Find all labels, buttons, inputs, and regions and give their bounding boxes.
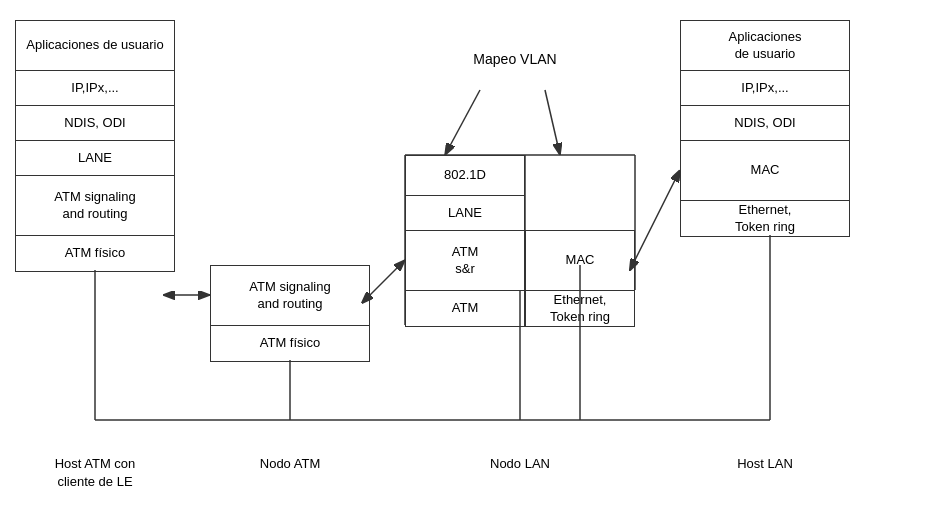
nodo-lan-dot1d: 802.1D bbox=[406, 156, 524, 196]
host-atm-stack: Aplicaciones de usuario IP,IPx,... NDIS,… bbox=[15, 20, 175, 272]
host-lan-stack: Aplicacionesde usuario IP,IPx,... NDIS, … bbox=[680, 20, 850, 237]
diagram: Aplicaciones de usuario IP,IPx,... NDIS,… bbox=[0, 0, 940, 520]
host-lan-aplicaciones: Aplicacionesde usuario bbox=[681, 21, 849, 71]
nodo-atm-label: Nodo ATM bbox=[210, 455, 370, 473]
nodo-lan-mac: MAC bbox=[525, 231, 634, 291]
nodo-lan-atm-sr: ATMs&r bbox=[406, 231, 524, 291]
host-lan-ip: IP,IPx,... bbox=[681, 71, 849, 106]
nodo-lan-right-stack: MAC Ethernet,Token ring bbox=[525, 230, 635, 327]
host-lan-label: Host LAN bbox=[680, 455, 850, 473]
nodo-atm-fisico: ATM físico bbox=[211, 326, 369, 361]
host-atm-fisico: ATM físico bbox=[16, 236, 174, 271]
mapeo-vlan-label: Mapeo VLAN bbox=[415, 50, 615, 70]
nodo-lan-atm: ATM bbox=[406, 291, 524, 326]
host-lan-mac: MAC bbox=[681, 141, 849, 201]
nodo-lan-eth: Ethernet,Token ring bbox=[525, 291, 634, 326]
host-lan-ndis: NDIS, ODI bbox=[681, 106, 849, 141]
arrow-nodolanmac-hostlanmac bbox=[635, 170, 680, 260]
host-atm-label: Host ATM concliente de LE bbox=[15, 455, 175, 491]
host-atm-ip: IP,IPx,... bbox=[16, 71, 174, 106]
nodo-atm-stack: ATM signalingand routing ATM físico bbox=[210, 265, 370, 362]
arrow-nodoatm-nodolansr bbox=[370, 260, 405, 295]
host-atm-aplicaciones: Aplicaciones de usuario bbox=[16, 21, 174, 71]
arrow-mapeo-left bbox=[445, 90, 480, 155]
host-atm-ndis: NDIS, ODI bbox=[16, 106, 174, 141]
nodo-lan-label: Nodo LAN bbox=[405, 455, 635, 473]
nodo-lan-left-stack: 802.1D LANE ATMs&r ATM bbox=[405, 155, 525, 327]
host-atm-lane: LANE bbox=[16, 141, 174, 176]
nodo-lan-lane: LANE bbox=[406, 196, 524, 231]
arrow-mapeo-right bbox=[545, 90, 560, 155]
host-lan-eth: Ethernet,Token ring bbox=[681, 201, 849, 236]
nodo-atm-sr: ATM signalingand routing bbox=[211, 266, 369, 326]
host-atm-sr: ATM signalingand routing bbox=[16, 176, 174, 236]
